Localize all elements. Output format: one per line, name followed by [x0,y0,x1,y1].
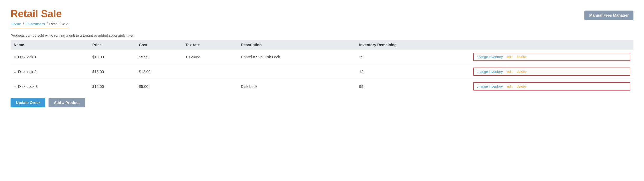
cell-tax-1 [182,64,238,79]
col-tax-rate: Tax rate [182,40,238,50]
manual-fees-button[interactable]: Manual Fees Manager [584,11,633,20]
col-price: Price [89,40,136,50]
col-cost: Cost [136,40,182,50]
breadcrumb-customers[interactable]: Customers [26,22,45,26]
cell-inventory-2: 99 [356,79,470,94]
drag-handle-2[interactable]: ≡ [14,84,16,89]
table-row: ≡Disk lock 2 $15.00 $12.00 12 change inv… [11,64,633,79]
products-table: Name Price Cost Tax rate Description Inv… [11,40,633,94]
cell-name-2: ≡Disk Lock 3 [11,79,89,94]
bottom-buttons: Update Order Add a Product [11,98,633,107]
cell-actions-2: change inventory edit delete [470,79,633,94]
edit-link-0[interactable]: edit [507,55,512,59]
cell-inventory-1: 12 [356,64,470,79]
col-actions [470,40,633,50]
col-description: Description [238,40,356,50]
subtitle: Products can be sold while renting a uni… [11,34,633,37]
breadcrumb: Home / Customers / Retail Sale [11,22,69,28]
actions-wrapper-1: change inventory edit delete [473,68,630,76]
cell-cost-0: $5.99 [136,50,182,64]
delete-link-1[interactable]: delete [517,70,526,74]
change-inventory-link-1[interactable]: change inventory [477,70,503,74]
cell-tax-0: 10.240% [182,50,238,64]
cell-tax-2 [182,79,238,94]
breadcrumb-home[interactable]: Home [11,22,21,26]
update-order-button[interactable]: Update Order [11,98,45,107]
table-row: ≡Disk Lock 3 $12.00 $5.00 Disk Lock 99 c… [11,79,633,94]
drag-handle-0[interactable]: ≡ [14,55,16,59]
cell-desc-1 [238,64,356,79]
breadcrumb-sep-1: / [23,22,24,26]
edit-link-1[interactable]: edit [507,70,512,74]
cell-actions-1: change inventory edit delete [470,64,633,79]
delete-link-0[interactable]: delete [517,55,526,59]
change-inventory-link-0[interactable]: change inventory [477,55,503,59]
actions-wrapper-0: change inventory edit delete [473,53,630,61]
cell-price-0: $10.00 [89,50,136,64]
page-title: Retail Sale [11,8,69,20]
actions-wrapper-2: change inventory edit delete [473,82,630,91]
table-row: ≡Disk lock 1 $10.00 $5.99 10.240% Chatei… [11,50,633,64]
table-header-row: Name Price Cost Tax rate Description Inv… [11,40,633,50]
cell-cost-1: $12.00 [136,64,182,79]
top-row: Retail Sale Home / Customers / Retail Sa… [11,8,633,29]
top-left: Retail Sale Home / Customers / Retail Sa… [11,8,69,29]
change-inventory-link-2[interactable]: change inventory [477,84,503,88]
cell-name-1: ≡Disk lock 2 [11,64,89,79]
col-name: Name [11,40,89,50]
cell-price-2: $12.00 [89,79,136,94]
cell-name-0: ≡Disk lock 1 [11,50,89,64]
breadcrumb-current: Retail Sale [49,22,68,26]
col-inventory: Inventory Remaining [356,40,470,50]
cell-inventory-0: 29 [356,50,470,64]
breadcrumb-sep-2: / [46,22,47,26]
cell-desc-2: Disk Lock [238,79,356,94]
add-product-button[interactable]: Add a Product [49,98,85,107]
cell-actions-0: change inventory edit delete [470,50,633,64]
cell-cost-2: $5.00 [136,79,182,94]
cell-desc-0: Chateiur 925 Disk Lock [238,50,356,64]
delete-link-2[interactable]: delete [517,84,526,88]
drag-handle-1[interactable]: ≡ [14,70,16,74]
cell-price-1: $15.00 [89,64,136,79]
edit-link-2[interactable]: edit [507,84,512,88]
